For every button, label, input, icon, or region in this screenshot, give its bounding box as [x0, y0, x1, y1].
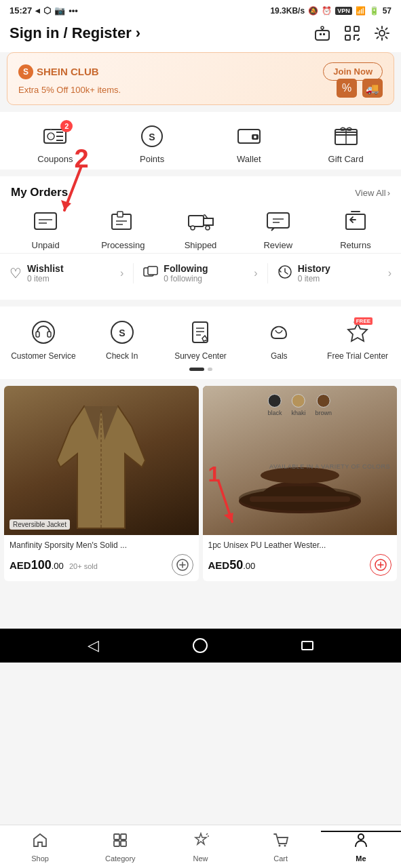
following-icon [143, 264, 158, 283]
coupons-button[interactable]: 2 Coupons [7, 123, 104, 164]
svg-rect-0 [316, 31, 329, 40]
nav-shop[interactable]: Shop [0, 832, 80, 863]
svg-point-4 [321, 26, 324, 29]
join-now-button[interactable]: Join Now [323, 62, 383, 81]
svg-rect-33 [117, 212, 123, 217]
svg-rect-6 [354, 26, 359, 31]
svg-point-74 [358, 834, 364, 840]
svg-rect-44 [148, 267, 157, 275]
svg-point-38 [206, 226, 210, 230]
svg-rect-67 [121, 834, 126, 840]
free-badge: FREE [354, 317, 373, 325]
svg-rect-5 [345, 26, 350, 31]
hat-name: 1pc Unisex PU Leather Wester... [208, 540, 392, 551]
robot-icon[interactable] [313, 24, 332, 43]
check-in-button[interactable]: S Check In [83, 317, 161, 362]
camera-icon: 📷 [54, 5, 65, 16]
svg-point-73 [284, 845, 286, 847]
services-section: Customer Service S Check In [0, 307, 401, 379]
svg-rect-36 [189, 216, 204, 226]
following-item[interactable]: Following 0 following › [134, 263, 267, 283]
gals-button[interactable]: Gals [240, 317, 318, 362]
vpn-icon: VPN [335, 7, 352, 15]
svg-rect-68 [114, 841, 119, 846]
more-icon: ••• [69, 5, 78, 16]
page-indicator [0, 362, 401, 374]
nav-me[interactable]: Me [321, 831, 401, 863]
coupon-icon-banner: % [337, 79, 357, 98]
svg-rect-39 [267, 213, 289, 228]
survey-center-button[interactable]: Survey Center [161, 317, 240, 362]
survey-center-label: Survey Center [174, 351, 227, 362]
location-icon: ◂ [35, 5, 40, 16]
nav-category[interactable]: Category [80, 832, 160, 863]
view-all-orders[interactable]: View All › [355, 188, 390, 198]
customer-service-button[interactable]: Customer Service [4, 317, 83, 362]
svg-text:S: S [149, 132, 155, 142]
svg-text:S: S [119, 328, 125, 338]
alarm-icon: ⏰ [322, 6, 332, 16]
shein-banner-description: Extra 5% Off 100k+ items. [18, 85, 383, 95]
android-home[interactable] [193, 638, 208, 653]
nav-cart[interactable]: Cart [241, 832, 321, 863]
history-icon [278, 264, 292, 283]
free-trial-button[interactable]: FREE Free Trial Center [318, 317, 397, 362]
processing-orders[interactable]: Processing [84, 208, 161, 250]
svg-rect-29 [35, 213, 56, 229]
review-orders[interactable]: Review [240, 208, 317, 250]
svg-rect-2 [323, 33, 325, 35]
unpaid-orders[interactable]: Unpaid [7, 208, 84, 250]
battery-level: 57 [383, 6, 392, 16]
customer-service-label: Customer Service [11, 351, 75, 362]
nav-category-label: Category [105, 854, 136, 863]
points-button[interactable]: S Points [104, 123, 201, 164]
header-arrow: › [136, 24, 140, 41]
history-count: 0 item [298, 274, 383, 283]
nav-new[interactable]: New [160, 832, 240, 863]
android-back[interactable]: ◁ [88, 637, 99, 654]
review-label: Review [263, 240, 292, 250]
quick-actions-section: 2 Coupons S Points [0, 112, 401, 170]
nav-me-label: Me [356, 854, 366, 863]
following-title: Following [164, 263, 248, 274]
unpaid-label: Unpaid [32, 240, 60, 250]
add-to-cart-hat[interactable] [370, 554, 392, 576]
jacket-name: Manfinity Sporsity Men's Solid ... [9, 540, 193, 551]
android-recent[interactable] [301, 641, 313, 650]
history-title: History [298, 263, 383, 274]
returns-orders[interactable]: Returns [317, 208, 394, 250]
wishlist-arrow: › [120, 267, 123, 279]
nav-cart-label: Cart [273, 854, 288, 863]
points-label: Points [140, 154, 164, 164]
svg-point-72 [278, 845, 280, 847]
bluetooth-icon: ⬡ [43, 5, 51, 16]
jacket-price-wrap: AED100.00 [9, 559, 66, 571]
settings-icon[interactable] [373, 24, 392, 43]
add-to-cart-jacket[interactable] [172, 554, 193, 576]
header: Sign in / Register › [0, 18, 401, 52]
wishlist-item[interactable]: ♡ Wishlist 0 item › [0, 263, 134, 283]
shein-s-icon: S [18, 64, 33, 79]
svg-line-70 [206, 833, 208, 835]
svg-rect-66 [114, 834, 119, 840]
gals-label: Gals [271, 351, 288, 362]
nav-shop-label: Shop [31, 854, 49, 863]
gift-card-label: Gift Card [328, 154, 364, 164]
product-card-jacket[interactable]: Reversible Jacket Manfinity Sporsity Men… [4, 386, 199, 582]
shipped-orders[interactable]: Shipped [161, 208, 239, 250]
wallet-button[interactable]: Wallet [201, 123, 298, 164]
following-count: 0 following [164, 274, 248, 283]
product-card-hat[interactable]: black khaki brown [203, 386, 398, 582]
returns-label: Returns [340, 240, 371, 250]
sign-in-button[interactable]: Sign in / Register › [9, 24, 140, 42]
shein-club-label: SHEIN CLUB [37, 66, 99, 77]
history-item[interactable]: History 0 item › [268, 263, 401, 283]
status-time: 15:27 [9, 5, 32, 16]
nav-new-label: New [193, 854, 208, 863]
svg-point-25 [254, 136, 256, 138]
signal-icon: 📶 [356, 6, 366, 16]
truck-icon-banner: 🚚 [362, 79, 383, 98]
gift-card-button[interactable]: Gift Card [297, 123, 394, 164]
my-orders-title: My Orders [11, 186, 68, 199]
scan-icon[interactable] [343, 24, 362, 43]
